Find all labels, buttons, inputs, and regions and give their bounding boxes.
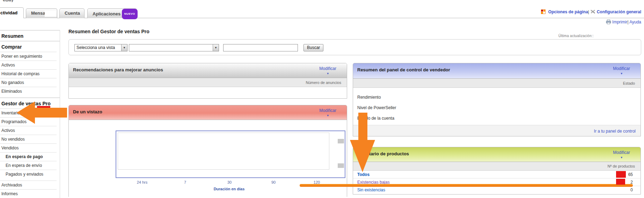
annotation-arrow-left-inventario	[15, 101, 68, 125]
annotation-red-highlight-todos-count	[616, 171, 626, 178]
inventory-count-sin-existencias: 0	[630, 186, 633, 194]
modify-dropdown-icon: ▼	[319, 72, 336, 75]
header-links-row2: Imprimir| Ayuda	[606, 20, 641, 24]
annotation-arrow-down-inventory	[349, 113, 376, 173]
chart-bar-1	[338, 139, 344, 143]
x-tick-7: 7	[184, 180, 186, 184]
glance-panel: De un vistazo Modificar ▼ 24 hrs 7 30 90…	[68, 105, 347, 197]
inventory-row-sin-existencias: Sin existencias 0	[353, 186, 641, 194]
x-axis-title: Duración en días	[214, 187, 245, 191]
printer-icon	[606, 20, 611, 24]
sidebar-item-poner-en-seguimiento[interactable]: Poner en seguimiento	[0, 52, 57, 61]
dashboard-footer: Ir a tu panel de control	[353, 125, 641, 136]
header-separator: |	[588, 9, 589, 14]
dashboard-row-powerseller[interactable]: Nivel de PowerSeller	[357, 105, 396, 110]
view-select-value: Selecciona una vista	[76, 45, 115, 50]
tools-icon	[590, 9, 595, 14]
glance-panel-title: De un vistazo	[73, 109, 102, 114]
help-link[interactable]: Ayuda	[629, 20, 641, 24]
glance-modify-label: Modificar	[319, 108, 336, 113]
print-link[interactable]: Imprimir	[612, 20, 627, 24]
x-tick-90: 90	[271, 180, 276, 184]
chevron-down-icon-2: ▼	[213, 44, 219, 51]
tab-cuenta-label: Cuenta	[65, 10, 80, 16]
sidebar-item-no-vendidos[interactable]: No vendidos	[0, 135, 57, 143]
dashboard-body: Rendimiento Nivel de PowerSeller Estado …	[353, 88, 641, 125]
sidebar-item-no-ganados[interactable]: No ganados	[0, 78, 57, 87]
sidebar-item-eliminados[interactable]: Eliminados	[0, 87, 57, 96]
modify-dropdown-icon-3: ▼	[613, 72, 630, 75]
chevron-down-icon: ▼	[121, 44, 127, 51]
go-to-dashboard-link[interactable]: Ir a tu panel de control	[594, 129, 641, 134]
annotation-underline-existencias-bajas	[300, 184, 633, 187]
seller-dashboard-title: Resumen del panel de control de vendedor	[357, 67, 450, 72]
recommendations-panel-header: Recomendaciones para mejorar anuncios Mo…	[69, 63, 347, 78]
tab-actividad[interactable]: ctividad	[0, 7, 24, 18]
modify-dropdown-icon-2: ▼	[319, 114, 336, 117]
sidebar-item-en-espera-de-envio[interactable]: En espera de envío	[0, 161, 57, 170]
dashboard-column-header: Estado	[353, 79, 641, 88]
x-tick-24hrs: 24 hrs	[137, 180, 148, 184]
cropped-logo-fragment: eBay	[3, 0, 34, 2]
page-title: Resumen del Gestor de ventas Pro	[68, 29, 149, 34]
annotation-red-highlight-bajas-count	[616, 179, 625, 185]
general-settings-link[interactable]: Configuración general	[597, 9, 641, 14]
recommendations-modify-label: Modificar	[319, 66, 336, 71]
selling-manager-pro-page: eBay ctividad Mensajes Cuenta Aplicacion…	[0, 0, 644, 198]
sidebar-item-informes[interactable]: Informes	[0, 189, 57, 198]
search-button[interactable]: Buscar	[303, 44, 323, 51]
inventory-row-todos: Todos 65	[353, 171, 641, 178]
sidebar-item-vendidos[interactable]: Vendidos	[0, 143, 57, 152]
recommendations-modify-link[interactable]: Modificar ▼	[319, 66, 336, 75]
inventory-modify-link[interactable]: Modificar ▼	[613, 150, 630, 159]
inventory-link-sin-existencias[interactable]: Sin existencias	[357, 186, 385, 194]
tab-aplicaciones-label: Aplicaciones	[93, 11, 120, 16]
inventory-panel-header: Inventario de productos Modificar ▼	[353, 147, 641, 162]
search-input[interactable]	[223, 44, 298, 51]
redaction-box-mensajes	[45, 10, 57, 17]
last-update-text: Última actualización::	[558, 34, 594, 38]
sidebar-item-pagados-y-enviados[interactable]: Pagados y enviados	[0, 170, 57, 178]
tab-cuenta[interactable]: Cuenta	[59, 8, 85, 18]
sidebar-heading-resumen[interactable]: Resumen	[0, 30, 60, 41]
nuevo-badge: NUEVO	[122, 9, 138, 19]
dashboard-row-rendimiento[interactable]: Rendimiento	[357, 95, 381, 100]
recommendations-panel: Recomendaciones para mejorar anuncios Mo…	[68, 63, 347, 99]
inventory-column-header: Nº de productos	[353, 162, 641, 171]
sidebar-heading-comprar: Comprar	[0, 41, 60, 52]
header-separator-2: |	[627, 20, 628, 24]
recommendations-column-header: Número de anuncios	[69, 78, 347, 87]
chart-bar-2	[338, 163, 344, 168]
glance-modify-link[interactable]: Modificar ▼	[319, 108, 336, 117]
tab-aplicaciones[interactable]: Aplicaciones NUEVO	[87, 8, 137, 18]
seller-dashboard-panel: Resumen del panel de control de vendedor…	[353, 63, 641, 136]
page-options-icon	[541, 9, 546, 14]
recommendations-panel-title: Recomendaciones para mejorar anuncios	[73, 67, 163, 72]
view-select[interactable]: Selecciona una vista ▼	[74, 44, 127, 51]
chart-plot-area	[118, 133, 329, 170]
inventory-modify-label: Modificar	[613, 150, 630, 155]
x-tick-30: 30	[227, 180, 232, 184]
filter-select[interactable]: ▼	[129, 44, 219, 51]
page-options-link[interactable]: Opciones de página	[548, 9, 588, 14]
dashboard-modify-link[interactable]: Modificar ▼	[613, 66, 630, 75]
glance-panel-header: De un vistazo Modificar ▼	[69, 105, 347, 120]
dashboard-modify-label: Modificar	[613, 66, 630, 71]
duration-chart	[116, 130, 345, 178]
seller-dashboard-header: Resumen del panel de control de vendedor…	[353, 63, 641, 79]
search-toolbar: Selecciona una vista ▼ ▼ Buscar	[68, 39, 641, 55]
sidebar-item-archivados[interactable]: Archivados	[0, 181, 57, 189]
sidebar-item-historial-de-compras[interactable]: Historial de compras	[0, 69, 57, 78]
tab-actividad-label: ctividad	[0, 10, 17, 15]
product-inventory-panel: Inventario de productos Modificar ▼ Nº d…	[353, 147, 641, 195]
sidebar-item-en-espera-de-pago[interactable]: En espera de pago	[0, 152, 57, 161]
inventory-count-todos: 65	[628, 171, 633, 178]
header-links-row1: Opciones de página| Configuración genera…	[541, 9, 641, 14]
sidebar-item-activos-comprar[interactable]: Activos	[0, 61, 57, 69]
sidebar-item-activos-venta[interactable]: Activos	[0, 126, 57, 135]
modify-dropdown-icon-4: ▼	[613, 156, 630, 159]
